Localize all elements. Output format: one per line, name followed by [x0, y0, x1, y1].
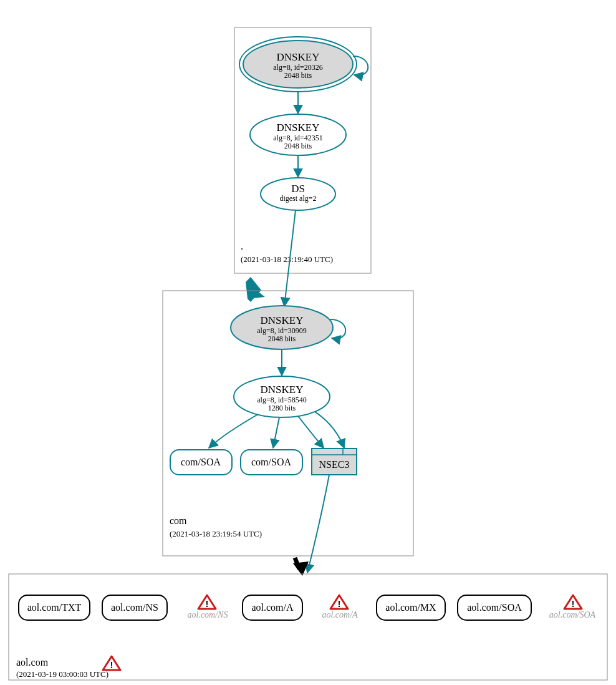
- svg-text:DNSKEY: DNSKEY: [261, 384, 304, 396]
- node-aol-txt: aol.com/TXT: [19, 595, 90, 620]
- node-aol-ns-warn: aol.com/NS: [188, 595, 228, 619]
- zone-aol-time: (2021-03-19 03:00:03 UTC): [16, 669, 108, 679]
- svg-text:aol.com/TXT: aol.com/TXT: [27, 602, 82, 613]
- svg-text:alg=8, id=42351: alg=8, id=42351: [273, 134, 323, 142]
- svg-text:digest alg=2: digest alg=2: [279, 194, 316, 203]
- svg-text:DNSKEY: DNSKEY: [277, 122, 320, 134]
- node-root-zsk: DNSKEY alg=8, id=42351 2048 bits: [250, 114, 346, 155]
- edge-comzsk-soa2: [273, 417, 279, 448]
- zone-aol-warn-icon: [103, 656, 120, 670]
- svg-text:alg=8, id=30909: alg=8, id=30909: [257, 326, 307, 335]
- node-nsec3: NSEC3: [312, 449, 357, 475]
- svg-text:alg=8, id=58540: alg=8, id=58540: [257, 396, 307, 404]
- edge-comzsk-soa1: [209, 414, 258, 448]
- node-com-zsk: DNSKEY alg=8, id=58540 1280 bits: [234, 376, 330, 417]
- node-com-soa-2: com/SOA: [241, 450, 302, 475]
- svg-text:DNSKEY: DNSKEY: [277, 51, 320, 63]
- svg-text:com/SOA: com/SOA: [251, 457, 291, 467]
- svg-text:2048 bits: 2048 bits: [268, 334, 296, 343]
- zone-aol-name: aol.com: [16, 657, 49, 668]
- svg-text:NSEC3: NSEC3: [319, 459, 350, 470]
- svg-text:aol.com/NS: aol.com/NS: [111, 602, 158, 613]
- edge-nsec3-aol: [307, 475, 329, 573]
- node-root-ksk: DNSKEY alg=8, id=20326 2048 bits: [239, 37, 357, 92]
- svg-text:DNSKEY: DNSKEY: [261, 314, 304, 326]
- svg-text:2048 bits: 2048 bits: [284, 71, 312, 80]
- svg-text:2048 bits: 2048 bits: [284, 142, 312, 150]
- node-aol-a: aol.com/A: [243, 595, 302, 620]
- svg-text:com/SOA: com/SOA: [181, 457, 221, 467]
- zone-arrow-root-com: [246, 277, 265, 302]
- zone-aol: aol.com (2021-03-19 03:00:03 UTC) aol.co…: [9, 574, 607, 680]
- svg-text:aol.com/A: aol.com/A: [322, 610, 358, 619]
- zone-arrow-com-aol: [293, 558, 309, 576]
- svg-text:aol.com/A: aol.com/A: [251, 602, 294, 613]
- svg-text:DS: DS: [291, 183, 305, 195]
- zone-com-time: (2021-03-18 23:19:54 UTC): [170, 529, 262, 538]
- svg-text:aol.com/SOA: aol.com/SOA: [467, 602, 522, 613]
- node-aol-a-warn: aol.com/A: [322, 595, 358, 619]
- node-com-soa-1: com/SOA: [170, 450, 232, 475]
- zone-com-name: com: [170, 515, 187, 526]
- svg-text:aol.com/SOA: aol.com/SOA: [549, 610, 596, 619]
- node-aol-soa-warn: aol.com/SOA: [549, 595, 596, 619]
- node-aol-ns: aol.com/NS: [102, 595, 167, 620]
- svg-text:alg=8, id=20326: alg=8, id=20326: [273, 63, 323, 72]
- node-aol-soa: aol.com/SOA: [458, 595, 531, 620]
- zone-root: . (2021-03-18 23:19:40 UTC) DNSKEY alg=8…: [234, 27, 371, 273]
- node-root-ds: DS digest alg=2: [261, 178, 335, 210]
- zone-com: com (2021-03-18 23:19:54 UTC) DNSKEY alg…: [163, 291, 413, 556]
- svg-text:1280 bits: 1280 bits: [268, 404, 296, 412]
- zone-root-time: (2021-03-18 23:19:40 UTC): [241, 255, 333, 264]
- dnssec-diagram: . (2021-03-18 23:19:40 UTC) DNSKEY alg=8…: [0, 0, 616, 685]
- svg-text:aol.com/MX: aol.com/MX: [385, 602, 436, 613]
- zone-root-name: .: [241, 241, 243, 251]
- node-aol-mx: aol.com/MX: [377, 595, 445, 620]
- svg-text:aol.com/NS: aol.com/NS: [188, 610, 228, 619]
- svg-rect-31: [9, 574, 607, 680]
- edge-comzsk-nsec3a: [298, 416, 324, 448]
- node-com-ksk: DNSKEY alg=8, id=30909 2048 bits: [231, 306, 333, 349]
